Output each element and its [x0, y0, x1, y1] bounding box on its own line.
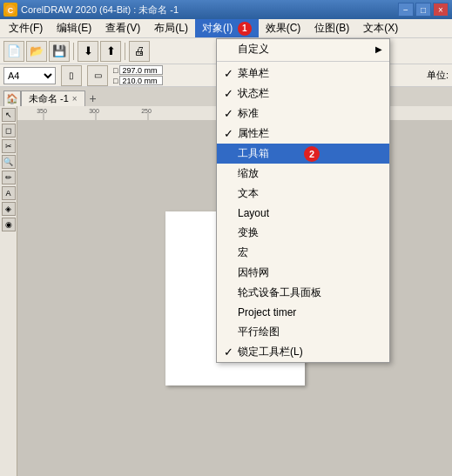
check-icon: ✓	[224, 345, 238, 359]
shape-tool[interactable]: ◻	[2, 124, 16, 137]
dropdown-item-menubar[interactable]: ✓菜单栏	[217, 64, 389, 84]
paper-size-select[interactable]: A4	[3, 67, 56, 84]
dropdown-item-standard[interactable]: ✓标准	[217, 104, 389, 124]
svg-text:C: C	[8, 6, 14, 15]
svg-text:250: 250	[141, 108, 152, 114]
dropdown-item-zoom[interactable]: 缩放	[217, 164, 389, 184]
landscape-button[interactable]: ▭	[87, 65, 108, 86]
new-button[interactable]: 📄	[3, 41, 24, 62]
check-icon: ✓	[224, 127, 238, 140]
export-button[interactable]: ⬆	[100, 41, 121, 62]
window-controls: − □ ×	[398, 3, 449, 17]
dropdown-item-label: Project timer	[238, 306, 382, 318]
dropdown-item-label: 自定义	[238, 42, 375, 57]
dropdown-item-label: 因特网	[238, 265, 382, 280]
item-badge: 2	[304, 146, 320, 162]
crop-tool[interactable]: ✂	[2, 139, 16, 153]
close-button[interactable]: ×	[433, 3, 449, 17]
dropdown-item-label: 标准	[238, 106, 382, 121]
dropdown-item-customize[interactable]: 自定义▶	[217, 39, 389, 59]
dropdown-item-statusbar[interactable]: ✓状态栏	[217, 84, 389, 104]
dropdown-item-label: 文本	[238, 186, 382, 201]
dropdown-item-label: 锁定工具栏(L)	[238, 345, 382, 359]
document-tab[interactable]: 未命名 -1 ×	[21, 91, 85, 106]
dropdown-item-perfectshapes[interactable]: 因特网	[217, 263, 389, 283]
dropdown-item-label: 菜单栏	[238, 66, 382, 81]
view-toolbar-dropdown: 自定义▶✓菜单栏✓状态栏✓标准✓属性栏工具箱2缩放文本Layout变换宏因特网轮…	[216, 38, 390, 363]
toolbar-separator-1	[73, 43, 74, 60]
portrait-button[interactable]: ▯	[61, 65, 82, 86]
check-icon: ✓	[224, 107, 238, 120]
import-button[interactable]: ⬇	[78, 41, 98, 62]
check-icon: ✓	[224, 87, 238, 100]
menu-file[interactable]: 文件(F)	[2, 19, 50, 37]
page-width-input[interactable]: 297.0 mm	[119, 65, 163, 75]
svg-text:300: 300	[89, 108, 99, 114]
unit-label: 单位:	[427, 69, 449, 82]
doc-tab-label: 未命名 -1	[29, 92, 69, 105]
dropdown-item-label: 平行绘图	[238, 325, 382, 339]
dropdown-item-transform[interactable]: 变换	[217, 223, 389, 243]
save-button[interactable]: 💾	[49, 41, 70, 62]
maximize-button[interactable]: □	[415, 3, 431, 17]
color-tool[interactable]: ◉	[2, 218, 16, 231]
dropdown-item-text[interactable]: 文本	[217, 184, 389, 204]
menu-view[interactable]: 查看(V)	[98, 19, 147, 37]
page-dimensions: □ 297.0 mm □ 210.0 mm	[113, 65, 163, 85]
dropdown-item-layout[interactable]: Layout	[217, 204, 389, 223]
page-height-input[interactable]: 210.0 mm	[119, 76, 163, 85]
menu-separator	[217, 61, 389, 62]
menu-layout[interactable]: 布局(L)	[147, 19, 195, 37]
title-bar: C CorelDRAW 2020 (64-Bit) : 未命名 -1 − □ ×	[0, 0, 452, 19]
fill-tool[interactable]: ◈	[2, 202, 16, 216]
svg-text:350: 350	[37, 108, 47, 114]
minimize-button[interactable]: −	[398, 3, 414, 17]
menu-bitmap[interactable]: 位图(B)	[307, 19, 356, 37]
dropdown-item-label: 变换	[238, 225, 382, 240]
tab-close-icon[interactable]: ×	[72, 94, 78, 104]
dropdown-item-projecttimer[interactable]: Project timer	[217, 303, 389, 322]
dropdown-item-locktoolbar[interactable]: ✓锁定工具栏(L)	[217, 342, 389, 362]
dropdown-item-label: 属性栏	[238, 126, 382, 141]
add-tab-button[interactable]: +	[85, 91, 101, 106]
dropdown-item-label: 宏	[238, 245, 382, 260]
object-menu-badge: 1	[238, 22, 252, 36]
dropdown-item-macro[interactable]: 宏	[217, 243, 389, 263]
menu-text[interactable]: 文本(X)	[356, 19, 405, 37]
left-toolbar: ↖ ◻ ✂ 🔍 ✏ A ◈ ◉	[0, 106, 17, 476]
menu-bar: 文件(F) 编辑(E) 查看(V) 布局(L) 对象(I) 1 效果(C) 位图…	[0, 19, 452, 38]
submenu-arrow-icon: ▶	[375, 44, 382, 54]
dropdown-item-label: 缩放	[238, 166, 382, 181]
dropdown-item-label: 轮式设备工具面板	[238, 285, 382, 300]
freehand-tool[interactable]: ✏	[2, 171, 16, 184]
dropdown-item-label: 状态栏	[238, 86, 382, 101]
menu-effects[interactable]: 效果(C)	[259, 19, 308, 37]
menu-object[interactable]: 对象(I) 1	[195, 19, 259, 37]
menu-edit[interactable]: 编辑(E)	[50, 19, 98, 37]
dropdown-item-label: Layout	[238, 207, 382, 219]
dropdown-item-toolbox[interactable]: 工具箱2	[217, 144, 389, 164]
open-button[interactable]: 📂	[26, 41, 47, 62]
toolbar-separator-2	[125, 43, 125, 60]
zoom-tool[interactable]: 🔍	[2, 155, 16, 169]
home-tab[interactable]: 🏠	[3, 91, 21, 106]
app-icon: C	[3, 3, 17, 17]
dropdown-item-propbar[interactable]: ✓属性栏	[217, 124, 389, 144]
dropdown-item-touchdevice[interactable]: 轮式设备工具面板	[217, 283, 389, 303]
print-button[interactable]: 🖨	[129, 41, 150, 62]
dropdown-item-paralleldraw[interactable]: 平行绘图	[217, 322, 389, 342]
check-icon: ✓	[224, 67, 238, 80]
select-tool[interactable]: ↖	[2, 108, 16, 122]
window-title: CorelDRAW 2020 (64-Bit) : 未命名 -1	[21, 3, 398, 17]
text-tool[interactable]: A	[2, 186, 16, 200]
